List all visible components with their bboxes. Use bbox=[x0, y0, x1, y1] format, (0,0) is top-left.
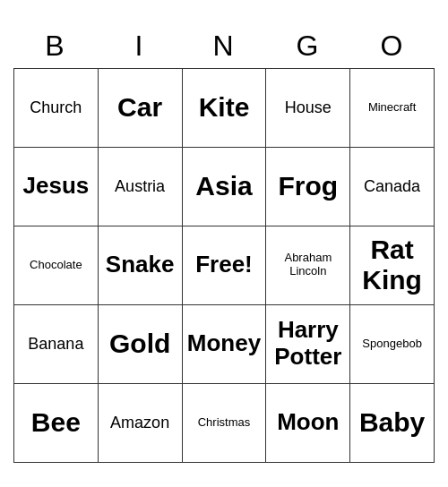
bingo-cell: Frog bbox=[266, 147, 350, 226]
table-row: BananaGoldMoneyHarryPotterSpongebob bbox=[14, 304, 435, 383]
bingo-cell: Canada bbox=[350, 147, 435, 226]
header-letter: O bbox=[350, 24, 435, 68]
bingo-cell: House bbox=[266, 68, 350, 147]
cell-text: Asia bbox=[186, 171, 263, 202]
cell-text: Church bbox=[18, 98, 94, 117]
bingo-cell: Gold bbox=[98, 304, 182, 383]
table-row: ChurchCarKiteHouseMinecraft bbox=[14, 68, 435, 147]
bingo-cell: Asia bbox=[182, 147, 266, 226]
bingo-cell: Moon bbox=[266, 383, 350, 462]
cell-text: Spongebob bbox=[354, 337, 430, 351]
cell-text: Snake bbox=[102, 252, 178, 278]
bingo-cell: Christmas bbox=[182, 383, 266, 462]
cell-text: RatKing bbox=[354, 235, 430, 296]
bingo-cell: Bee bbox=[14, 383, 99, 462]
table-row: ChocolateSnakeFree!AbrahamLincolnRatKing bbox=[14, 226, 435, 304]
bingo-cell: Banana bbox=[14, 304, 99, 383]
header-letter: G bbox=[266, 24, 350, 68]
cell-text: Kite bbox=[186, 92, 263, 124]
header-letter: N bbox=[182, 24, 266, 68]
bingo-cell: Jesus bbox=[14, 147, 99, 226]
bingo-cell: Minecraft bbox=[350, 68, 435, 147]
cell-text: Bee bbox=[18, 407, 94, 439]
cell-text: AbrahamLincoln bbox=[270, 252, 346, 278]
cell-text: Amazon bbox=[102, 414, 178, 432]
bingo-cell: Kite bbox=[182, 68, 266, 147]
cell-text: Car bbox=[102, 92, 178, 124]
header-letter: I bbox=[98, 24, 182, 68]
bingo-cell: RatKing bbox=[350, 226, 435, 304]
cell-text: Baby bbox=[354, 407, 430, 439]
cell-text: Minecraft bbox=[354, 101, 430, 115]
cell-text: Canada bbox=[354, 177, 430, 196]
cell-text: Gold bbox=[102, 329, 178, 360]
bingo-cell: HarryPotter bbox=[266, 304, 350, 383]
cell-text: Banana bbox=[18, 335, 94, 354]
bingo-card: BINGO ChurchCarKiteHouseMinecraftJesusAu… bbox=[13, 24, 435, 463]
cell-text: Moon bbox=[270, 409, 346, 436]
bingo-cell: Chocolate bbox=[14, 226, 99, 304]
bingo-cell: Free! bbox=[182, 226, 266, 304]
bingo-cell: Amazon bbox=[98, 383, 182, 462]
cell-text: Money bbox=[186, 330, 263, 357]
bingo-cell: Money bbox=[182, 304, 266, 383]
cell-text: Jesus bbox=[18, 173, 94, 200]
cell-text: Frog bbox=[270, 171, 346, 202]
bingo-cell: Baby bbox=[350, 383, 435, 462]
cell-text: Chocolate bbox=[18, 259, 94, 272]
bingo-grid: ChurchCarKiteHouseMinecraftJesusAustriaA… bbox=[13, 68, 435, 463]
table-row: BeeAmazonChristmasMoonBaby bbox=[14, 383, 435, 462]
cell-text: Free! bbox=[186, 252, 263, 278]
bingo-cell: Austria bbox=[98, 147, 182, 226]
cell-text: Austria bbox=[102, 177, 178, 196]
bingo-cell: Car bbox=[98, 68, 182, 147]
cell-text: House bbox=[270, 98, 346, 117]
bingo-cell: AbrahamLincoln bbox=[266, 226, 350, 304]
cell-text: Christmas bbox=[186, 416, 263, 430]
table-row: JesusAustriaAsiaFrogCanada bbox=[14, 147, 435, 226]
bingo-cell: Spongebob bbox=[350, 304, 435, 383]
bingo-cell: Snake bbox=[98, 226, 182, 304]
bingo-cell: Church bbox=[14, 68, 99, 147]
header-letter: B bbox=[13, 24, 98, 68]
cell-text: HarryPotter bbox=[270, 317, 346, 371]
bingo-header: BINGO bbox=[13, 24, 435, 68]
